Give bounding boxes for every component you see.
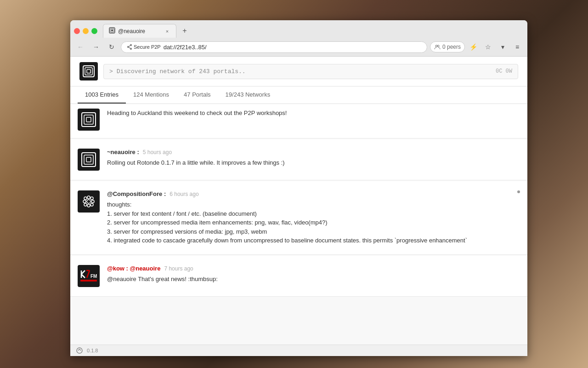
avatar-logo	[80, 193, 97, 210]
window-controls	[74, 28, 97, 34]
more-button[interactable]: ▾	[496, 40, 509, 53]
content-tabs: 1003 Entries 124 Mentions 47 Portals 19/…	[70, 86, 527, 104]
svg-point-8	[435, 45, 437, 47]
entry-author: @CompositionFore :	[107, 190, 166, 197]
svg-line-6	[129, 46, 130, 47]
avatar	[78, 109, 100, 131]
address-bar[interactable]: Secure P2P dat://2f21e3..85/	[121, 41, 427, 53]
entry-author: @kow : @neauoire	[107, 265, 160, 272]
tab-mentions[interactable]: 124 Mentions	[126, 86, 176, 104]
svg-point-25	[90, 197, 93, 200]
flash-button[interactable]: ⚡	[467, 40, 480, 53]
entry-text: thoughts: 1. server for text content / f…	[107, 200, 518, 245]
svg-point-26	[84, 203, 87, 206]
minimize-button[interactable]	[83, 28, 89, 34]
feed: Heading to Auckland this weekend to chec…	[70, 104, 527, 345]
entry-dot	[517, 190, 520, 193]
entry-body: @kow : @neauoire 7 hours ago @neauoire T…	[107, 265, 518, 287]
tab-close-button[interactable]: ×	[164, 28, 170, 34]
peers-badge: 0 peers	[430, 41, 465, 52]
svg-point-22	[83, 200, 86, 203]
svg-rect-11	[85, 68, 92, 75]
avatar	[78, 149, 100, 171]
avatar-logo: FM	[79, 268, 98, 284]
entry-header: @kow : @neauoire 7 hours ago	[107, 265, 518, 272]
app-header: > Discovering network of 243 portals.. 0…	[70, 57, 527, 86]
feed-entry: FM @kow : @neauoire 7 hours ago @neauoir…	[70, 256, 527, 297]
secure-label: Secure P2P	[134, 44, 161, 50]
entry-time: 7 hours ago	[164, 265, 193, 272]
tab-entries[interactable]: 1003 Entries	[78, 86, 126, 104]
share-icon	[127, 44, 132, 50]
browser-window: @neauoire × + ← → ↻	[70, 20, 527, 356]
title-bar: @neauoire × + ← → ↻	[70, 20, 527, 57]
app-icon	[76, 347, 83, 354]
peers-count: 0 peers	[442, 44, 461, 50]
entry-header: @CompositionFore : 6 hours ago	[107, 190, 518, 197]
terminal-prompt: >	[109, 68, 113, 75]
terminal-stats: 0C 0W	[496, 68, 512, 75]
nav-bar: ← → ↻ Secure P2P d	[70, 38, 527, 57]
svg-point-35	[77, 348, 82, 353]
secure-badge: Secure P2P	[127, 44, 161, 50]
svg-line-7	[129, 47, 130, 49]
maximize-button[interactable]	[91, 28, 97, 34]
version-text: 0.1.8	[87, 348, 98, 353]
menu-button[interactable]: ≡	[511, 40, 524, 53]
app-content: > Discovering network of 243 portals.. 0…	[70, 57, 527, 356]
avatar-logo	[80, 151, 97, 168]
back-button[interactable]: ←	[74, 40, 87, 53]
peers-icon	[434, 44, 441, 50]
browser-tab[interactable]: @neauoire ×	[103, 24, 176, 38]
reload-icon: ↻	[109, 43, 114, 51]
svg-point-24	[84, 197, 87, 200]
avatar: FM	[78, 265, 100, 287]
entry-text: @neauoire That's great news! :thumbsup:	[107, 275, 518, 284]
feed-entry: @CompositionFore : 6 hours ago thoughts:…	[70, 181, 527, 255]
entry-text: Heading to Auckland this weekend to chec…	[107, 109, 518, 118]
entry-header: ~neauoire : 5 hours ago	[107, 149, 518, 155]
rotonde-logo	[82, 64, 96, 78]
entry-body: ~neauoire : 5 hours ago Rolling out Roto…	[107, 149, 518, 171]
tab-bar: @neauoire × +	[70, 20, 527, 38]
entry-author: ~neauoire :	[107, 149, 139, 155]
entry-body: Heading to Auckland this weekend to chec…	[107, 109, 518, 131]
svg-rect-14	[84, 115, 93, 124]
bookmark-button[interactable]: ☆	[481, 40, 494, 53]
url-text: dat://2f21e3..85/	[164, 44, 421, 51]
avatar	[78, 190, 100, 213]
tab-title: @neauoire	[118, 28, 145, 34]
flash-icon: ⚡	[469, 43, 477, 51]
menu-icon: ≡	[515, 43, 519, 51]
tab-portals[interactable]: 47 Portals	[176, 86, 218, 104]
svg-point-21	[87, 204, 90, 207]
svg-point-20	[87, 196, 90, 199]
entry-time: 6 hours ago	[170, 191, 198, 197]
new-tab-button[interactable]: +	[178, 24, 191, 37]
nav-actions: 0 peers ⚡ ☆ ▾ ≡	[430, 40, 524, 53]
status-bar: 0.1.8	[70, 345, 527, 356]
svg-point-19	[87, 200, 90, 203]
svg-rect-18	[86, 157, 91, 162]
entry-text: Rolling out Rotonde 0.1.7 in a little wh…	[107, 158, 518, 167]
more-icon: ▾	[501, 43, 504, 51]
svg-point-23	[91, 200, 94, 203]
svg-point-9	[437, 45, 439, 47]
feed-entry: ~neauoire : 5 hours ago Rolling out Roto…	[70, 139, 527, 180]
forward-button[interactable]: →	[90, 40, 102, 53]
tab-favicon	[109, 27, 115, 35]
reload-button[interactable]: ↻	[105, 40, 118, 53]
forward-icon: →	[93, 43, 99, 51]
svg-text:FM: FM	[90, 274, 97, 279]
terminal-text: Discovering network of 243 portals..	[117, 68, 246, 75]
feed-entry: Heading to Auckland this weekend to chec…	[70, 104, 527, 138]
close-button[interactable]	[74, 28, 80, 34]
svg-point-27	[90, 203, 93, 206]
svg-rect-15	[86, 117, 91, 122]
svg-rect-2	[111, 29, 113, 31]
avatar-logo	[80, 111, 97, 128]
star-icon: ☆	[485, 43, 491, 51]
entry-body: @CompositionFore : 6 hours ago thoughts:…	[107, 190, 518, 245]
tab-networks[interactable]: 19/243 Networks	[218, 86, 278, 104]
entry-time: 5 hours ago	[143, 149, 172, 155]
